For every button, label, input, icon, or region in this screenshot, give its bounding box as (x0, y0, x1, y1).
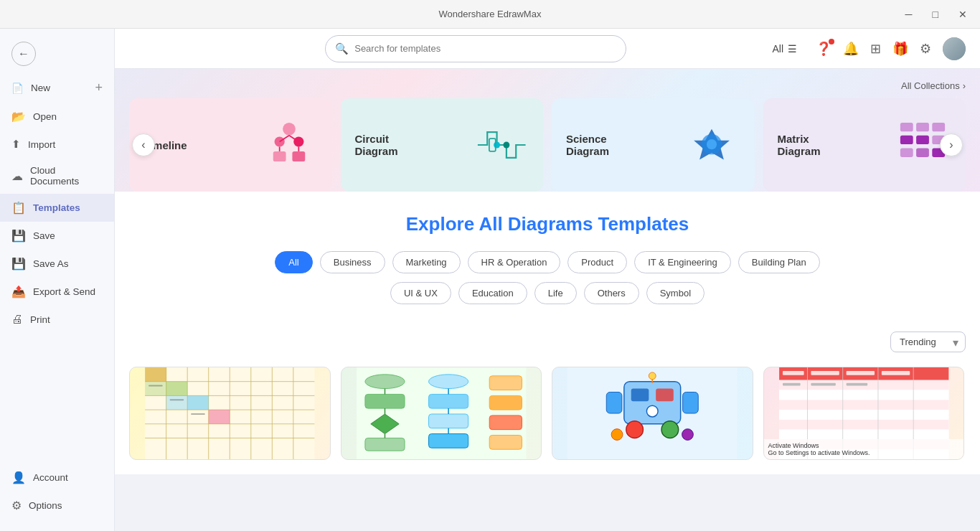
titlebar-controls: ─ □ ✕ (901, 7, 971, 22)
filter-marketing[interactable]: Marketing (392, 251, 461, 273)
sidebar-item-export[interactable]: 📤 Export & Send (0, 278, 114, 306)
svg-rect-19 (916, 136, 929, 144)
open-icon: 📂 (11, 110, 26, 123)
sidebar-item-templates[interactable]: 📋 Templates (0, 194, 114, 222)
back-button[interactable]: ← (0, 34, 114, 73)
template-card-2[interactable] (341, 367, 542, 460)
science-graphic (683, 116, 740, 174)
svg-rect-55 (428, 394, 468, 408)
filter-business[interactable]: Business (320, 251, 385, 273)
toolbar: 🔍 All ☰ ❓ 🔔 ⊞ � (115, 29, 980, 69)
save-icon: 💾 (11, 229, 26, 243)
svg-point-9 (494, 142, 500, 149)
filter-education[interactable]: Education (458, 282, 527, 304)
svg-rect-92 (783, 371, 804, 375)
template-card-4-inner: Activate WindowsGo to Settings to activa… (764, 367, 964, 459)
filter-all[interactable]: All (275, 251, 312, 273)
carousel-card-timeline[interactable]: Timeline (129, 98, 332, 192)
new-icon: 📄 (11, 83, 24, 94)
filter-symbol[interactable]: Symbol (646, 282, 705, 304)
filter-uiux[interactable]: UI & UX (390, 282, 451, 304)
template-card-1[interactable] (129, 367, 331, 460)
svg-rect-63 (489, 415, 522, 430)
carousel-card-science[interactable]: ScienceDiagram (552, 98, 755, 192)
gift-icon: 🎁 (892, 41, 908, 57)
filter-building[interactable]: Building Plan (738, 251, 820, 273)
sidebar-item-new[interactable]: 📄 New + (0, 73, 114, 103)
settings-icon: ⚙ (920, 41, 931, 57)
sidebar-item-open[interactable]: 📂 Open (0, 103, 114, 131)
chevron-right-icon: › (963, 80, 966, 91)
svg-rect-64 (489, 436, 522, 450)
all-menu-button[interactable]: All ☰ (765, 39, 804, 59)
sort-row: Trending Newest Most Used (115, 324, 980, 360)
settings-button[interactable]: ⚙ (920, 41, 931, 57)
sidebar-item-account[interactable]: 👤 Account (0, 464, 114, 492)
minimize-button[interactable]: ─ (901, 7, 917, 22)
carousel-card-matrix[interactable]: Matrix Diagram (763, 98, 966, 192)
template-card-4[interactable]: Activate WindowsGo to Settings to activa… (763, 367, 965, 460)
sort-select[interactable]: Trending Newest Most Used (890, 332, 966, 352)
carousel-wrapper: ‹ Timeline (129, 98, 966, 192)
hero-section: All Collections › ‹ Timeline (115, 69, 980, 192)
svg-rect-57 (428, 434, 468, 448)
sidebar-bottom: 👤 Account ⚙ Options (0, 464, 114, 525)
filter-row-1: All Business Marketing HR & Operation Pr… (129, 251, 966, 273)
all-collections-label: All Collections (901, 80, 960, 91)
svg-rect-41 (145, 382, 166, 396)
filter-hr[interactable]: HR & Operation (468, 251, 561, 273)
timeline-graphic (260, 116, 318, 174)
sidebar-item-import[interactable]: ⬆ Import (0, 131, 114, 158)
help-button[interactable]: ❓ (816, 41, 831, 57)
carousel-prev-button[interactable]: ‹ (132, 133, 155, 156)
close-button[interactable]: ✕ (954, 7, 971, 22)
gift-button[interactable]: 🎁 (892, 41, 908, 57)
search-icon: 🔍 (335, 42, 349, 55)
svg-rect-68 (656, 389, 674, 402)
carousel-next-button[interactable]: › (940, 133, 963, 156)
svg-rect-44 (170, 399, 184, 400)
notification-button[interactable]: 🔔 (843, 41, 859, 57)
svg-rect-15 (900, 123, 913, 131)
template-card-3[interactable] (552, 367, 753, 460)
svg-rect-67 (631, 389, 649, 402)
account-icon: 👤 (11, 471, 26, 484)
avatar (943, 37, 966, 60)
app-body: ← 📄 New + 📂 Open ⬆ Import ☁ Cloud Docume… (0, 29, 980, 531)
sidebar-item-print[interactable]: 🖨 Print (0, 306, 114, 333)
carousel-card-circuit[interactable]: CircuitDiagram (341, 98, 544, 192)
sidebar-item-options[interactable]: ⚙ Options (0, 492, 114, 520)
sidebar-item-cloud[interactable]: ☁ Cloud Documents (0, 158, 114, 194)
svg-point-69 (646, 405, 658, 417)
print-label: Print (30, 314, 50, 325)
svg-point-76 (649, 372, 656, 380)
grid-button[interactable]: ⊞ (870, 41, 881, 57)
svg-rect-18 (900, 136, 913, 144)
bell-icon: 🔔 (843, 41, 859, 57)
templates-icon: 📋 (11, 201, 26, 215)
avatar-button[interactable] (943, 37, 966, 60)
filter-product[interactable]: Product (567, 251, 627, 273)
svg-rect-38 (166, 382, 188, 396)
filter-life[interactable]: Life (534, 282, 577, 304)
export-icon: 📤 (11, 285, 26, 299)
templates-grid: Activate WindowsGo to Settings to activa… (115, 360, 980, 474)
svg-rect-16 (916, 123, 929, 131)
menu-icon: ☰ (788, 43, 797, 55)
maximize-button[interactable]: □ (928, 7, 943, 22)
filter-it[interactable]: IT & Engineering (634, 251, 731, 273)
svg-rect-40 (209, 410, 230, 424)
filter-others[interactable]: Others (584, 282, 639, 304)
titlebar-title: Wondershare EdrawMax (439, 9, 542, 19)
all-collections-link[interactable]: All Collections › (129, 80, 966, 91)
template-card-1-inner (130, 367, 330, 459)
svg-rect-95 (881, 371, 909, 375)
search-input[interactable] (325, 35, 626, 62)
svg-rect-39 (187, 395, 209, 410)
carousel-cards: Timeline (129, 98, 966, 192)
import-icon: ⬆ (11, 138, 21, 151)
sidebar-item-save[interactable]: 💾 Save (0, 222, 114, 250)
sidebar-item-saveas[interactable]: 💾 Save As (0, 250, 114, 278)
saveas-icon: 💾 (11, 257, 26, 271)
saveas-label: Save As (33, 258, 69, 269)
